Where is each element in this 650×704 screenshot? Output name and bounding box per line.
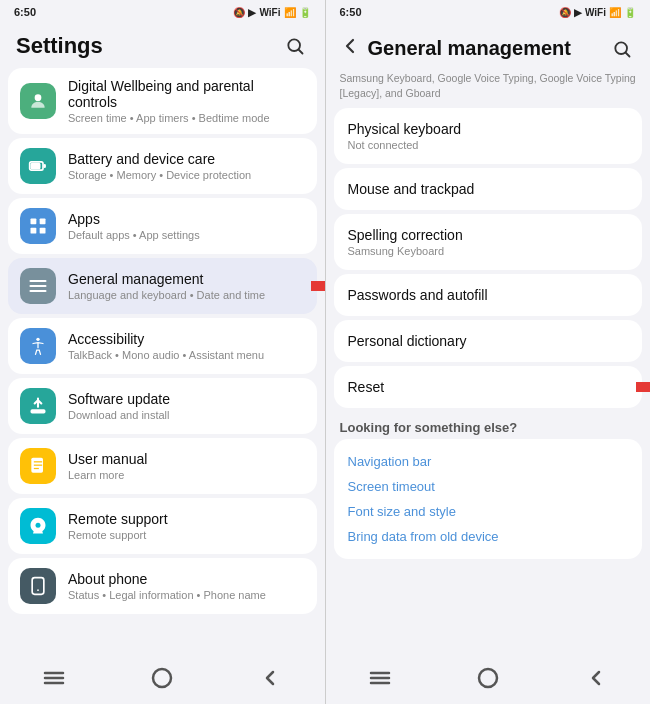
svg-line-1 <box>298 50 302 54</box>
accessibility-text: Accessibility TalkBack • Mono audio • As… <box>68 331 305 361</box>
status-bar-left: 6:50 🔕 ▶ WiFi 📶 🔋 <box>0 0 325 22</box>
battery-title: Battery and device care <box>68 151 305 167</box>
gm-item-personal-dictionary[interactable]: Personal dictionary <box>334 320 643 362</box>
battery-text: Battery and device care Storage • Memory… <box>68 151 305 181</box>
accessibility-icon <box>20 328 56 364</box>
mouse-trackpad-title: Mouse and trackpad <box>348 181 629 197</box>
settings-header: Settings <box>0 22 325 68</box>
software-update-text: Software update Download and install <box>68 391 305 421</box>
back-button-left[interactable] <box>250 664 290 692</box>
svg-rect-20 <box>32 578 44 595</box>
svg-point-19 <box>36 523 41 528</box>
software-update-icon <box>20 388 56 424</box>
general-mgmt-icon <box>20 268 56 304</box>
passwords-autofill-title: Passwords and autofill <box>348 287 629 303</box>
user-manual-icon <box>20 448 56 484</box>
red-arrow-right <box>636 372 650 402</box>
settings-item-software-update[interactable]: Software update Download and install <box>8 378 317 434</box>
gm-links-container: Navigation bar Screen timeout Font size … <box>334 439 643 559</box>
recent-apps-button-right[interactable] <box>360 664 400 692</box>
gm-header: General management <box>326 22 651 69</box>
settings-item-about-phone[interactable]: About phone Status • Legal information •… <box>8 558 317 614</box>
gm-header-left: General management <box>336 32 571 65</box>
back-button-right[interactable] <box>576 664 616 692</box>
remote-support-icon <box>20 508 56 544</box>
search-button[interactable] <box>281 32 309 60</box>
svg-rect-6 <box>40 219 46 225</box>
settings-item-digital-wellbeing[interactable]: Digital Wellbeing and parental controls … <box>8 68 317 134</box>
digital-wellbeing-text: Digital Wellbeing and parental controls … <box>68 78 305 124</box>
settings-item-apps[interactable]: Apps Default apps • App settings <box>8 198 317 254</box>
software-update-title: Software update <box>68 391 305 407</box>
gm-title: General management <box>368 37 571 60</box>
svg-rect-4 <box>31 164 39 169</box>
svg-rect-7 <box>31 228 37 234</box>
settings-item-general-management[interactable]: General management Language and keyboard… <box>8 258 317 314</box>
physical-keyboard-subtitle: Not connected <box>348 139 629 151</box>
accessibility-title: Accessibility <box>68 331 305 347</box>
apps-subtitle: Default apps • App settings <box>68 229 305 241</box>
remote-support-subtitle: Remote support <box>68 529 305 541</box>
settings-header-icons <box>281 32 309 60</box>
gm-search-button[interactable] <box>608 35 636 63</box>
user-manual-subtitle: Learn more <box>68 469 305 481</box>
spelling-correction-title: Spelling correction <box>348 227 629 243</box>
gm-item-mouse-trackpad[interactable]: Mouse and trackpad <box>334 168 643 210</box>
svg-point-25 <box>153 669 171 687</box>
gm-link-screen-timeout[interactable]: Screen timeout <box>348 474 629 499</box>
apps-text: Apps Default apps • App settings <box>68 211 305 241</box>
gm-item-physical-keyboard[interactable]: Physical keyboard Not connected <box>334 108 643 164</box>
apps-icon <box>20 208 56 244</box>
digital-wellbeing-icon <box>20 83 56 119</box>
nav-bar-right <box>326 654 651 704</box>
svg-point-21 <box>37 589 39 591</box>
about-phone-icon <box>20 568 56 604</box>
svg-point-32 <box>479 669 497 687</box>
digital-wellbeing-title: Digital Wellbeing and parental controls <box>68 78 305 110</box>
svg-rect-14 <box>31 409 46 413</box>
red-arrow-left <box>311 271 325 301</box>
gm-subtitle: Samsung Keyboard, Google Voice Typing, G… <box>326 69 651 108</box>
status-icons-left: 🔕 ▶ WiFi 📶 🔋 <box>233 7 310 18</box>
gm-list: Physical keyboard Not connected Mouse an… <box>326 108 651 654</box>
remote-support-title: Remote support <box>68 511 305 527</box>
settings-list: Digital Wellbeing and parental controls … <box>0 68 325 654</box>
remote-support-text: Remote support Remote support <box>68 511 305 541</box>
recent-apps-button-left[interactable] <box>34 664 74 692</box>
left-panel: 6:50 🔕 ▶ WiFi 📶 🔋 Settings <box>0 0 325 704</box>
settings-item-accessibility[interactable]: Accessibility TalkBack • Mono audio • As… <box>8 318 317 374</box>
gm-link-font-size[interactable]: Font size and style <box>348 499 629 524</box>
svg-line-27 <box>626 52 630 56</box>
svg-rect-5 <box>31 219 37 225</box>
battery-icon <box>20 148 56 184</box>
software-update-subtitle: Download and install <box>68 409 305 421</box>
about-phone-title: About phone <box>68 571 305 587</box>
gm-item-passwords-autofill[interactable]: Passwords and autofill <box>334 274 643 316</box>
back-button-gm[interactable] <box>336 32 364 65</box>
gm-item-spelling-correction[interactable]: Spelling correction Samsung Keyboard <box>334 214 643 270</box>
digital-wellbeing-subtitle: Screen time • App timers • Bedtime mode <box>68 112 305 124</box>
nav-bar-left <box>0 654 325 704</box>
general-mgmt-subtitle: Language and keyboard • Date and time <box>68 289 305 301</box>
personal-dictionary-title: Personal dictionary <box>348 333 629 349</box>
gm-link-bring-data[interactable]: Bring data from old device <box>348 524 629 549</box>
gm-item-reset[interactable]: Reset <box>334 366 643 408</box>
spelling-correction-subtitle: Samsung Keyboard <box>348 245 629 257</box>
general-mgmt-title: General management <box>68 271 305 287</box>
settings-item-remote-support[interactable]: Remote support Remote support <box>8 498 317 554</box>
svg-point-13 <box>36 338 39 341</box>
status-time-left: 6:50 <box>14 6 36 18</box>
home-button-left[interactable] <box>142 664 182 692</box>
home-button-right[interactable] <box>468 664 508 692</box>
user-manual-title: User manual <box>68 451 305 467</box>
settings-item-user-manual[interactable]: User manual Learn more <box>8 438 317 494</box>
about-phone-subtitle: Status • Legal information • Phone name <box>68 589 305 601</box>
status-bar-right: 6:50 🔕 ▶ WiFi 📶 🔋 <box>326 0 651 22</box>
user-manual-text: User manual Learn more <box>68 451 305 481</box>
gm-link-navigation-bar[interactable]: Navigation bar <box>348 449 629 474</box>
about-phone-text: About phone Status • Legal information •… <box>68 571 305 601</box>
settings-item-battery[interactable]: Battery and device care Storage • Memory… <box>8 138 317 194</box>
right-panel: 6:50 🔕 ▶ WiFi 📶 🔋 General management Sam… <box>326 0 651 704</box>
apps-title: Apps <box>68 211 305 227</box>
physical-keyboard-title: Physical keyboard <box>348 121 629 137</box>
